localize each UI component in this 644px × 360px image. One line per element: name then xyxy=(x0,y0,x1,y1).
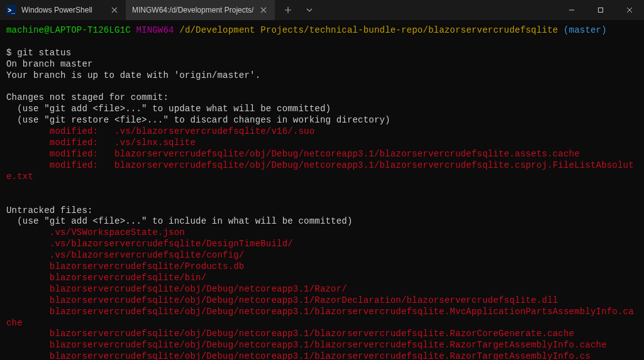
tab-title: Windows PowerShell xyxy=(21,6,104,14)
untracked-file: .vs/blazorservercrudefsqlite/config/ xyxy=(6,250,244,260)
modified-file: modified: .vs/slnx.sqlite xyxy=(6,138,196,148)
command-text: git status xyxy=(17,48,71,58)
tab-actions xyxy=(275,1,319,19)
hint-add: (use "git add <file>..." to update what … xyxy=(6,104,331,114)
minimize-button[interactable] xyxy=(557,0,586,20)
prompt-user-host: machine@LAPTOP-T126LG1C xyxy=(6,25,131,35)
prompt-symbol: $ xyxy=(6,48,12,58)
prompt-branch: (master) xyxy=(564,25,607,35)
modified-file: modified: .vs/blazorservercrudefsqlite/v… xyxy=(6,126,314,136)
modified-file: modified: blazorservercrudefsqlite/obj/D… xyxy=(6,149,580,159)
modified-file: modified: blazorservercrudefsqlite/obj/D… xyxy=(6,160,634,182)
new-tab-button[interactable] xyxy=(279,1,297,19)
untracked-file: blazorservercrudefsqlite/obj/Debug/netco… xyxy=(6,307,634,328)
prompt-line: machine@LAPTOP-T126LG1C MINGW64 /d/Devel… xyxy=(6,25,638,36)
window-controls xyxy=(557,0,644,20)
maximize-button[interactable] xyxy=(586,0,615,20)
untracked-header: Untracked files: xyxy=(6,205,93,215)
close-icon[interactable] xyxy=(258,5,269,15)
untracked-file: blazorservercrudefsqlite/Products.db xyxy=(6,261,244,271)
changes-header: Changes not staged for commit: xyxy=(6,92,169,102)
prompt-cwd: /d/Development Projects/technical-bundle… xyxy=(179,25,558,35)
close-icon[interactable] xyxy=(109,5,119,15)
close-window-button[interactable] xyxy=(615,0,644,20)
tab-mingw64[interactable]: MINGW64:/d/Development Projects/ xyxy=(126,0,275,20)
untracked-file: blazorservercrudefsqlite/obj/Debug/netco… xyxy=(6,295,558,305)
untracked-file: blazorservercrudefsqlite/obj/Debug/netco… xyxy=(6,340,607,350)
tab-title: MINGW64:/d/Development Projects/ xyxy=(132,6,253,14)
hint-include: (use "git add <file>..." to include in w… xyxy=(6,216,353,226)
untracked-file: .vs/VSWorkspaceState.json xyxy=(6,227,185,237)
untracked-file: blazorservercrudefsqlite/obj/Debug/netco… xyxy=(6,284,347,294)
titlebar: >_ Windows PowerShell MINGW64:/d/Develop… xyxy=(0,0,644,20)
untracked-file: blazorservercrudefsqlite/obj/Debug/netco… xyxy=(6,329,574,339)
untracked-file: blazorservercrudefsqlite/bin/ xyxy=(6,273,206,283)
terminal-output[interactable]: machine@LAPTOP-T126LG1C MINGW64 /d/Devel… xyxy=(0,20,644,360)
hint-restore: (use "git restore <file>..." to discard … xyxy=(6,115,391,125)
prompt-shell: MINGW64 xyxy=(136,25,174,35)
powershell-icon: >_ xyxy=(6,5,16,15)
tab-dropdown-button[interactable] xyxy=(300,1,319,19)
branch-line: On branch master xyxy=(6,59,93,69)
uptodate-line: Your branch is up to date with 'origin/m… xyxy=(6,70,260,80)
svg-rect-0 xyxy=(599,8,603,13)
untracked-file: .vs/blazorservercrudefsqlite/DesignTimeB… xyxy=(6,239,293,249)
tab-powershell[interactable]: >_ Windows PowerShell xyxy=(0,0,126,20)
tabs: >_ Windows PowerShell MINGW64:/d/Develop… xyxy=(0,0,275,20)
untracked-file: blazorservercrudefsqlite/obj/Debug/netco… xyxy=(6,351,591,360)
